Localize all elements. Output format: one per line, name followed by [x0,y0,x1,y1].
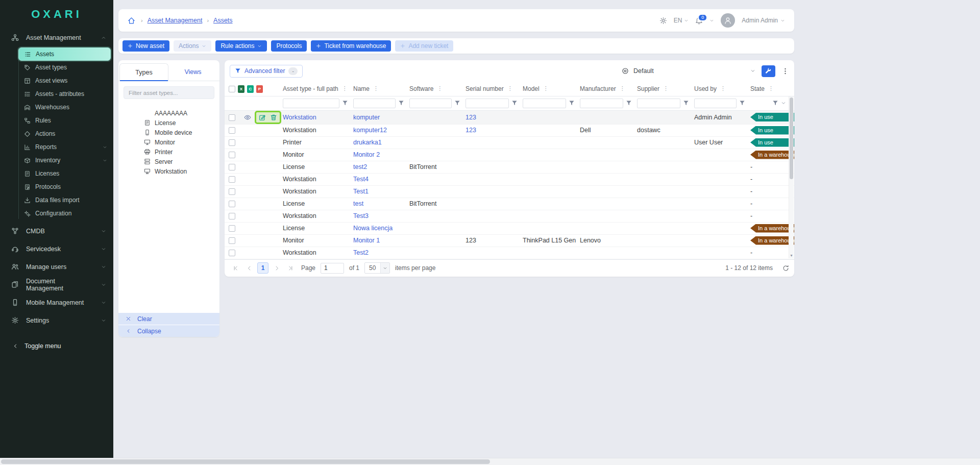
column-menu-icon[interactable]: ⋮ [507,85,513,92]
cell-link[interactable]: 123 [465,114,476,121]
clear-button[interactable]: Clear [118,313,219,325]
asset-row-test4[interactable]: WorkstationTest4- [225,173,794,185]
delete-icon[interactable] [270,114,277,121]
asset-row-komputer[interactable]: Workstationkomputer123Admin AdminIn use [225,110,794,124]
cell-link[interactable]: Nowa licencja [353,225,393,232]
asset-row-test2[interactable]: WorkstationTest2- [225,247,794,259]
actions-dropdown-button[interactable]: Actions [174,40,211,52]
language-selector[interactable]: EN [674,17,689,24]
filter-asset-types-input[interactable] [124,86,214,99]
cell-link[interactable]: Test3 [353,212,369,219]
notifications-caret-icon[interactable] [709,18,714,23]
tree-item-mobile-device[interactable]: Mobile device [118,128,219,137]
column-header-asset-type-full-path[interactable]: Asset type - full path⋮ [281,82,351,96]
toggle-menu-button[interactable]: Toggle menu [0,337,113,355]
filter-input-used-by[interactable] [694,99,737,108]
avatar[interactable] [721,13,735,28]
cell-link[interactable]: test [353,200,363,207]
collapse-button[interactable]: Collapse [118,325,219,337]
sidebar-item-assets[interactable]: Assets [18,47,111,61]
sidebar-item-inventory[interactable]: Inventory [0,154,113,167]
cell-link[interactable]: 123 [465,127,476,134]
asset-row-test[interactable]: LicensetestBitTorrent- [225,198,794,210]
gear-icon[interactable] [659,17,667,25]
column-menu-icon[interactable]: ⋮ [663,85,669,92]
tree-item-workstation[interactable]: Workstation [118,166,219,176]
view-details-icon[interactable] [244,114,251,121]
sidebar-item-rules[interactable]: Rules [0,114,113,127]
filter-input-serial-number[interactable] [465,99,509,108]
asset-row-drukarka1[interactable]: Printerdrukarka1User UserIn use [225,136,794,149]
rule-actions-dropdown-button[interactable]: Rule actions [215,40,267,52]
sidebar-item-asset-types[interactable]: Asset types [0,61,113,74]
cell-link[interactable]: Test2 [353,249,369,256]
export-csv-icon[interactable]: C [247,85,254,93]
last-page-button[interactable] [285,262,296,274]
column-menu-icon[interactable]: ⋮ [620,85,625,92]
sidebar-item-manage-users[interactable]: Manage users [0,258,113,276]
tree-item-aaaaaaaa[interactable]: AAAAAAAA [118,108,219,118]
export-excel-icon[interactable]: X [238,85,244,93]
cell-link[interactable]: test2 [353,163,367,170]
sidebar-item-asset-views[interactable]: Asset views [0,74,113,87]
advanced-filter-button[interactable]: Advanced filter - [230,65,303,78]
breadcrumb-link-assets[interactable]: Assets [213,17,233,24]
asset-row-monitor-2[interactable]: MonitorMonitor 2In a warehouse [225,149,794,161]
tree-item-license[interactable]: License [118,118,219,128]
next-page-button[interactable] [271,262,282,274]
row-checkbox[interactable] [229,176,235,183]
grid-settings-button[interactable] [762,65,775,77]
filter-funnel-icon[interactable] [739,100,745,106]
scrollbar-down-arrow-icon[interactable]: ▾ [789,254,794,258]
column-menu-icon[interactable]: ⋮ [342,85,348,92]
row-checkbox[interactable] [229,250,235,256]
filter-funnel-icon[interactable] [683,100,689,106]
row-checkbox[interactable] [229,127,235,134]
row-checkbox[interactable] [229,188,235,195]
column-header-used-by[interactable]: Used by⋮ [692,82,748,96]
refresh-icon[interactable] [782,265,789,272]
horizontal-scrollbar-thumb[interactable] [1,459,490,464]
page-size-select[interactable]: 50 [364,262,390,274]
filter-funnel-icon[interactable] [511,100,518,106]
row-checkbox[interactable] [229,139,235,146]
column-header-manufacturer[interactable]: Manufacturer⋮ [578,82,635,96]
filter-input-supplier[interactable] [637,99,680,108]
sidebar-item-settings[interactable]: Settings [0,311,113,329]
column-header-supplier[interactable]: Supplier⋮ [635,82,692,96]
user-menu[interactable]: Admin Admin [742,17,785,24]
asset-row-nowa-licencja[interactable]: LicenseNowa licencjaIn a warehouse [225,222,794,234]
row-checkbox[interactable] [229,164,235,170]
filter-input-asset-type-full-path[interactable] [283,99,339,108]
first-page-button[interactable] [230,262,241,274]
sidebar-item-reports[interactable]: Reports [0,140,113,154]
notifications-button[interactable]: 0 [695,17,703,25]
horizontal-scrollbar[interactable] [0,458,980,465]
asset-row-komputer12[interactable]: Workstationkomputer12123DelldostawcIn us… [225,124,794,136]
filter-dropdown-caret-icon[interactable] [781,101,786,106]
sidebar-item-configuration[interactable]: Configuration [0,207,113,220]
sidebar-item-cmdb[interactable]: CMDB [0,222,113,240]
filter-input-model[interactable] [523,99,566,108]
tab-types[interactable]: Types [119,63,168,81]
sidebar-item-data-files-import[interactable]: Data files import [0,193,113,207]
column-menu-icon[interactable]: ⋮ [768,85,774,92]
row-checkbox[interactable] [229,114,235,121]
sidebar-item-asset-management[interactable]: Asset Management [0,29,113,46]
column-menu-icon[interactable]: ⋮ [373,85,379,92]
asset-row-test2[interactable]: Licensetest2BitTorrent- [225,161,794,173]
previous-page-button[interactable] [243,262,255,274]
filter-input-name[interactable] [353,99,396,108]
cell-link[interactable]: Monitor 2 [353,151,380,158]
sidebar-item-warehouses[interactable]: Warehouses [0,101,113,114]
filter-funnel-icon[interactable] [772,100,778,106]
cell-link[interactable]: komputer [353,114,380,121]
more-options-icon[interactable] [781,67,789,75]
column-header-name[interactable]: Name⋮ [351,82,407,96]
filter-input-software[interactable] [409,99,452,108]
filter-input-manufacturer[interactable] [580,99,623,108]
edit-icon[interactable] [259,114,266,121]
sidebar-item-actions[interactable]: Actions [0,127,113,140]
sidebar-item-assets-attributes[interactable]: Assets - attributes [0,87,113,101]
filter-funnel-icon[interactable] [626,100,632,106]
